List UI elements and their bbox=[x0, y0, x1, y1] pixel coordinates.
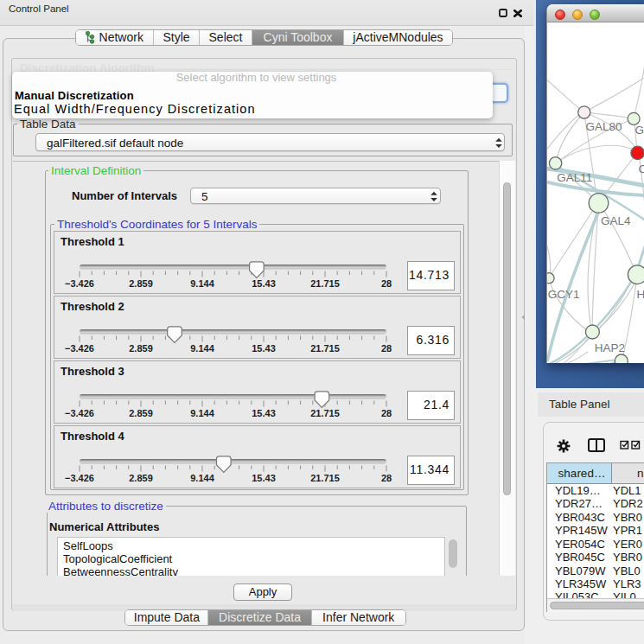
svg-text:28: 28 bbox=[381, 343, 392, 354]
svg-text:2.859: 2.859 bbox=[129, 343, 153, 354]
svg-text:15.43: 15.43 bbox=[252, 408, 276, 418]
svg-text:9.144: 9.144 bbox=[190, 473, 214, 483]
svg-text:21.715: 21.715 bbox=[310, 473, 340, 483]
svg-text:9.144: 9.144 bbox=[190, 408, 214, 418]
svg-text:−3.426: −3.426 bbox=[65, 278, 94, 289]
svg-text:28: 28 bbox=[381, 408, 392, 418]
svg-text:2.859: 2.859 bbox=[129, 408, 153, 418]
svg-text:28: 28 bbox=[381, 278, 392, 289]
svg-text:15.43: 15.43 bbox=[252, 278, 276, 289]
svg-text:15.43: 15.43 bbox=[252, 343, 276, 354]
svg-text:HAP2: HAP2 bbox=[595, 341, 625, 354]
svg-text:GAL80: GAL80 bbox=[585, 120, 622, 133]
svg-text:15.43: 15.43 bbox=[252, 473, 276, 483]
svg-text:GAL4: GAL4 bbox=[601, 214, 631, 227]
svg-text:C: C bbox=[639, 163, 644, 175]
svg-text:21.715: 21.715 bbox=[310, 343, 340, 354]
svg-text:21.715: 21.715 bbox=[310, 408, 340, 418]
svg-text:−3.426: −3.426 bbox=[65, 408, 94, 418]
svg-text:GAL11: GAL11 bbox=[557, 171, 592, 184]
svg-text:2.859: 2.859 bbox=[129, 473, 153, 483]
svg-text:−3.426: −3.426 bbox=[65, 343, 94, 354]
svg-text:HA: HA bbox=[637, 288, 644, 301]
svg-text:9.144: 9.144 bbox=[190, 343, 214, 354]
svg-text:9.144: 9.144 bbox=[190, 278, 214, 289]
svg-text:28: 28 bbox=[381, 473, 392, 483]
svg-text:GCY1: GCY1 bbox=[548, 288, 580, 301]
svg-text:2.859: 2.859 bbox=[129, 278, 153, 289]
svg-text:GA: GA bbox=[634, 124, 644, 137]
svg-text:21.715: 21.715 bbox=[310, 278, 340, 289]
svg-text:−3.426: −3.426 bbox=[65, 473, 94, 483]
